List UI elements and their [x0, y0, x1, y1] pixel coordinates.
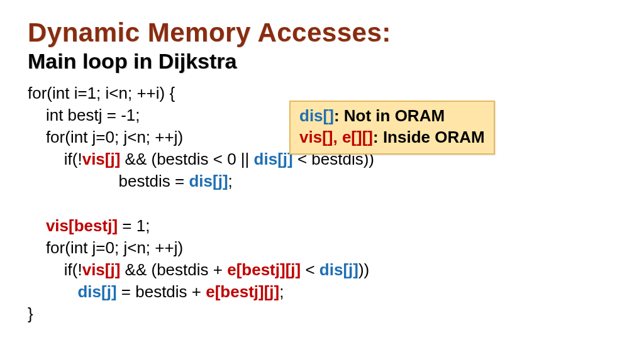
legend-vis-e-desc: : Inside ORAM — [373, 128, 485, 146]
code-text: && (bestdis < 0 || — [120, 150, 253, 168]
legend-dis-desc: : Not in ORAM — [334, 106, 445, 125]
code-e: e[bestj][j] — [227, 260, 301, 279]
code-text: if(! — [28, 150, 82, 168]
legend-line-1: dis[]: Not in ORAM — [299, 106, 485, 127]
code-text: ; — [279, 282, 284, 301]
code-text: < — [301, 260, 319, 279]
code-text: )) — [358, 260, 369, 279]
code-vis: vis[bestj] — [46, 216, 118, 235]
legend-line-2: vis[], e[][]: Inside ORAM — [299, 127, 485, 148]
code-line: for(int j=0; j<n; ++j) — [28, 238, 183, 257]
code-text: if(! — [28, 260, 82, 279]
code-text — [28, 282, 77, 301]
code-line: int bestj = -1; — [28, 106, 140, 124]
code-text: = bestdis + — [117, 282, 206, 301]
code-text: ; — [228, 172, 233, 190]
code-text: bestdis = — [28, 172, 189, 190]
code-line: for(int i=1; i<n; ++i) { — [28, 84, 175, 102]
code-text: = 1; — [118, 216, 150, 235]
slide-subtitle: Main loop in Dijkstra — [28, 49, 616, 74]
code-line: for(int j=0; j<n; ++j) — [28, 128, 183, 146]
code-dis: dis[j] — [189, 172, 228, 190]
code-line: } — [28, 304, 33, 323]
slide-title: Dynamic Memory Accesses: — [28, 18, 616, 48]
legend-box: dis[]: Not in ORAM vis[], e[][]: Inside … — [289, 101, 495, 155]
code-text: && (bestdis + — [120, 260, 227, 279]
legend-vis-e: vis[], e[][] — [299, 128, 373, 146]
code-e: e[bestj][j] — [206, 282, 279, 301]
legend-dis: dis[] — [299, 106, 334, 125]
code-text — [28, 216, 46, 235]
code-vis: vis[j] — [82, 150, 121, 168]
slide: Dynamic Memory Accesses: Main loop in Di… — [0, 0, 644, 362]
code-dis: dis[j] — [254, 150, 293, 168]
code-vis: vis[j] — [82, 260, 121, 279]
code-dis: dis[j] — [77, 282, 116, 301]
code-dis: dis[j] — [319, 260, 358, 279]
